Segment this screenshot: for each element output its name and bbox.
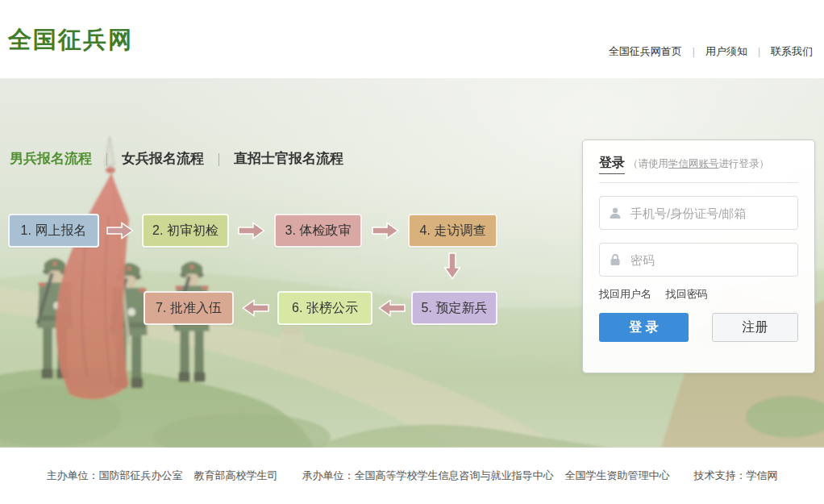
flow-step-6-public-notice: 6. 张榜公示 — [277, 291, 372, 325]
find-password-link[interactable]: 找回密码 — [666, 288, 708, 300]
login-title-row: 登录 （请使用学信网账号进行登录） — [599, 155, 798, 174]
nav-link-user-notice[interactable]: 用户须知 — [705, 44, 747, 59]
footer-organizer-unit: 承办单位：全国高等学校学生信息咨询与就业指导中心 — [302, 469, 554, 483]
nav-separator: | — [693, 46, 695, 57]
username-input[interactable] — [599, 196, 798, 230]
flow-step-3-physical-political: 3. 体检政审 — [274, 214, 362, 248]
password-field-wrap — [599, 243, 798, 277]
tab-male-enlist-flow[interactable]: 男兵报名流程 — [10, 149, 92, 181]
arrow-left-icon — [242, 298, 269, 318]
nav-link-home[interactable]: 全国征兵网首页 — [609, 44, 682, 59]
username-field-wrap — [599, 196, 798, 230]
login-links: 找回用户名 找回密码 — [599, 287, 798, 302]
banner: 男兵报名流程 女兵报名流程 直招士官报名流程 1. 网上报名 2. 初审初检 3… — [0, 78, 824, 448]
login-subtitle: （请使用学信网账号进行登录） — [628, 157, 769, 171]
tab-nco-enlist-flow[interactable]: 直招士官报名流程 — [234, 149, 343, 181]
tab-female-enlist-flow[interactable]: 女兵报名流程 — [122, 149, 204, 181]
password-input[interactable] — [599, 243, 798, 277]
footer-organizer-unit-2: 全国学生资助管理中心 — [565, 469, 670, 483]
login-button[interactable]: 登 录 — [599, 313, 689, 342]
login-divider — [599, 182, 798, 183]
find-username-link[interactable]: 找回用户名 — [599, 288, 651, 300]
top-nav: 全国征兵网首页 | 用户须知 | 联系我们 — [609, 44, 813, 59]
flow-step-4-home-visit: 4. 走访调查 — [408, 214, 497, 248]
page: 全国征兵网 全国征兵网首页 | 用户须知 | 联系我们 — [0, 0, 824, 504]
tab-separator — [218, 153, 219, 166]
arrow-right-icon — [372, 221, 399, 240]
site-logo: 全国征兵网 — [8, 24, 133, 56]
footer: 主办单位：国防部征兵办公室 教育部高校学生司 承办单位：全国高等学校学生信息咨询… — [0, 448, 824, 504]
header: 全国征兵网 全国征兵网首页 | 用户须知 | 联系我们 — [0, 0, 824, 78]
user-icon — [609, 206, 622, 219]
footer-host-unit: 主办单位：国防部征兵办公室 — [47, 469, 183, 483]
flow-step-2-initial-review: 2. 初审初检 — [142, 214, 229, 248]
login-tab[interactable]: 登录 — [599, 155, 625, 174]
nav-link-contact-us[interactable]: 联系我们 — [771, 44, 813, 59]
nav-separator: | — [758, 46, 760, 57]
flow-tabs: 男兵报名流程 女兵报名流程 直招士官报名流程 — [10, 149, 343, 181]
login-buttons: 登 录 注册 — [599, 313, 798, 342]
login-panel: 登录 （请使用学信网账号进行登录） 找回用户名 找回 — [582, 140, 815, 373]
arrow-right-icon — [106, 221, 134, 240]
lock-icon — [609, 253, 622, 266]
chsi-account-link[interactable]: 学信网账号 — [668, 158, 719, 169]
footer-tech-support: 技术支持：学信网 — [694, 469, 778, 483]
arrow-right-icon — [238, 221, 265, 240]
flow-step-5-pre-selected-recruit: 5. 预定新兵 — [411, 291, 497, 325]
tab-separator — [106, 153, 107, 166]
arrow-down-icon — [443, 252, 462, 280]
flow-step-1-online-signup: 1. 网上报名 — [8, 214, 99, 248]
flow-step-7-approved-enlistment: 7. 批准入伍 — [144, 291, 234, 325]
register-button[interactable]: 注册 — [712, 313, 798, 342]
arrow-left-icon — [378, 298, 406, 318]
footer-host-unit-2: 教育部高校学生司 — [194, 469, 278, 483]
